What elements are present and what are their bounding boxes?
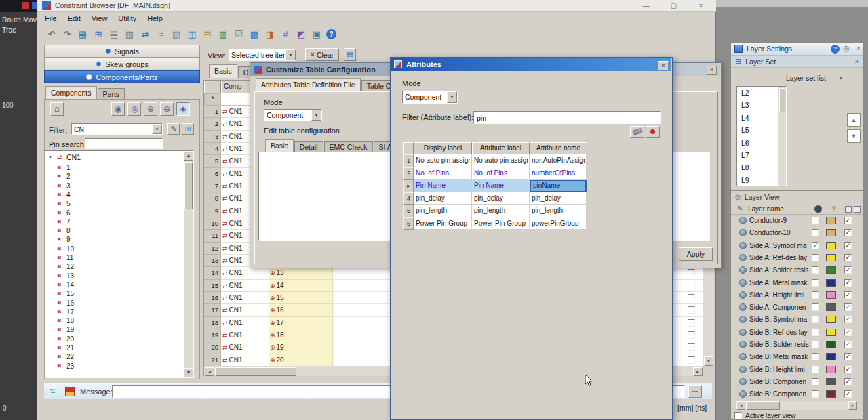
attribute-row[interactable]: ▸Pin NamePin NamepinName bbox=[403, 180, 587, 192]
select-checkbox[interactable]: ✓ bbox=[844, 291, 852, 299]
tree-item-pin[interactable]: ✖10 bbox=[45, 245, 181, 253]
eye-icon[interactable] bbox=[739, 341, 747, 348]
check-column-icon[interactable] bbox=[854, 206, 861, 213]
menu-edit[interactable]: Edit bbox=[63, 13, 85, 24]
tree-item-pin[interactable]: ✖21 bbox=[45, 343, 181, 352]
tree-scrollbar[interactable]: ▲ ▼ bbox=[184, 151, 193, 377]
pin-search-input[interactable] bbox=[85, 138, 163, 149]
pin-connected-button[interactable]: ◎ bbox=[127, 102, 141, 116]
eye-icon[interactable] bbox=[739, 353, 747, 360]
layer-row[interactable]: Side A: Height limi✓ bbox=[731, 289, 863, 301]
attribute-filter-input[interactable] bbox=[473, 111, 661, 124]
layer-set-item[interactable]: L6 bbox=[741, 139, 749, 151]
tree-item-pin[interactable]: ✖13 bbox=[45, 272, 181, 280]
attribute-row[interactable]: 2No. of PinsNo. of PinsnumberOfPins bbox=[403, 167, 587, 180]
table-tab-basic[interactable]: Basic bbox=[209, 64, 237, 78]
group-button[interactable]: ◩ bbox=[295, 28, 307, 40]
tree-item-pin[interactable]: ✖9 bbox=[45, 235, 181, 244]
close-icon[interactable]: × bbox=[854, 45, 863, 52]
visibility-checkbox[interactable] bbox=[812, 279, 819, 287]
eye-icon[interactable] bbox=[739, 279, 747, 287]
tree-expander-icon[interactable]: ▾ bbox=[49, 154, 52, 160]
config-tab-emc-check[interactable]: EMC Check bbox=[324, 141, 373, 152]
tree-item-pin[interactable]: ✖23 bbox=[45, 362, 181, 371]
select-checkbox[interactable]: ✓ bbox=[844, 242, 852, 249]
mode-dropdown[interactable]: Component ▾ bbox=[402, 91, 458, 104]
menu-view[interactable]: View bbox=[87, 13, 113, 24]
layer-color-swatch[interactable] bbox=[826, 341, 836, 348]
active-layer-view-option[interactable]: Active layer view bbox=[734, 412, 795, 419]
clear-filter-button[interactable] bbox=[630, 126, 644, 138]
attribute-label-cell[interactable]: No auto pin assign bbox=[472, 154, 530, 167]
select-checkbox[interactable]: ✓ bbox=[844, 279, 852, 287]
pin-remove-button[interactable]: ⊖ bbox=[160, 102, 174, 116]
config-tab-basic[interactable]: Basic bbox=[265, 139, 294, 152]
layer-color-swatch[interactable] bbox=[826, 316, 836, 323]
tree-root-cn1[interactable]: ▾ ⇄ CN1 bbox=[45, 153, 181, 162]
tree-item-pin[interactable]: ✖2 bbox=[45, 172, 181, 181]
select-checkbox[interactable]: ✓ bbox=[844, 217, 852, 224]
visibility-checkbox[interactable] bbox=[812, 229, 819, 236]
display-label-cell[interactable]: pin_delay bbox=[414, 192, 472, 205]
attribute-row[interactable]: 4pin_delaypin_delaypin_delay bbox=[403, 192, 587, 205]
menu-help[interactable]: Help bbox=[142, 13, 167, 24]
check-cell[interactable] bbox=[679, 292, 703, 304]
checkbox-icon[interactable] bbox=[688, 331, 695, 339]
attribute-row[interactable]: 1No auto pin assignNo auto pin assignnon… bbox=[403, 154, 587, 167]
layer-color-swatch[interactable] bbox=[826, 378, 836, 385]
pin-cell[interactable]: ⊕17 bbox=[269, 317, 333, 329]
maximize-icon[interactable]: ▢ bbox=[669, 1, 679, 10]
scrollbar-thumb[interactable] bbox=[746, 401, 780, 410]
minimize-icon[interactable]: — bbox=[641, 1, 651, 10]
tree-item-pin[interactable]: ✖18 bbox=[45, 316, 181, 325]
attribute-name-cell[interactable]: nonAutoPinAssign bbox=[530, 154, 587, 167]
eye-icon[interactable] bbox=[739, 229, 747, 236]
select-checkbox[interactable]: ✓ bbox=[844, 316, 852, 323]
window-titlebar[interactable]: Constraint Browser [DF_MAIN.dsgn] — ▢ × bbox=[37, 0, 716, 12]
checkbox-icon[interactable] bbox=[688, 282, 695, 289]
scroll-down-icon[interactable]: ▼ bbox=[184, 368, 193, 377]
menu-file[interactable]: File bbox=[40, 13, 62, 24]
attribute-label-cell[interactable]: pin_delay bbox=[472, 192, 530, 205]
filter-marker-button[interactable] bbox=[646, 126, 660, 138]
edit-filter-button[interactable]: ✎ bbox=[167, 123, 180, 135]
eye-icon[interactable] bbox=[739, 254, 747, 261]
component-cell[interactable]: ⇄CN1 bbox=[221, 304, 269, 316]
layer-name-column-label[interactable]: Layer name bbox=[748, 205, 784, 213]
column-header-attribute-name[interactable]: Attribute name bbox=[530, 142, 587, 154]
tree-item-pin[interactable]: ✖3 bbox=[45, 182, 181, 190]
move-down-button[interactable]: ▼ bbox=[847, 129, 861, 143]
layer-row[interactable]: Side A: Solder resis✓ bbox=[731, 264, 863, 276]
scroll-right-icon[interactable]: ▸ bbox=[848, 401, 857, 410]
background-menu-track[interactable]: Trac bbox=[2, 26, 16, 34]
scroll-left-icon[interactable]: ◂ bbox=[205, 367, 214, 376]
layer-color-swatch[interactable] bbox=[826, 229, 836, 236]
component-cell[interactable]: ⇄CN1 bbox=[221, 317, 269, 329]
tab-parts[interactable]: Parts bbox=[98, 88, 125, 100]
close-icon[interactable]: × bbox=[855, 58, 859, 65]
rows-button[interactable]: ▤ bbox=[108, 28, 120, 40]
component-cell[interactable]: ⇄CN1 bbox=[221, 329, 269, 341]
redo-button[interactable]: ↷ bbox=[61, 28, 73, 40]
checkbox-icon[interactable] bbox=[688, 306, 695, 314]
tree-item-pin[interactable]: ✖4 bbox=[45, 190, 181, 199]
eye-icon[interactable] bbox=[739, 303, 747, 311]
tree-item-pin[interactable]: ✖15 bbox=[45, 289, 181, 298]
select-checkbox[interactable]: ✓ bbox=[844, 390, 852, 398]
select-checkbox[interactable]: ✓ bbox=[844, 329, 852, 336]
help-icon[interactable]: ? bbox=[831, 45, 840, 54]
nav-components-parts[interactable]: Components/Parts bbox=[44, 70, 200, 83]
select-checkbox[interactable]: ✓ bbox=[844, 366, 852, 373]
select-checkbox[interactable]: ✓ bbox=[844, 266, 852, 274]
visibility-column-icon[interactable] bbox=[814, 205, 822, 213]
component-cell[interactable]: ⇄CN1 bbox=[221, 280, 269, 292]
visibility-checkbox[interactable] bbox=[812, 266, 819, 274]
pin-filter-button[interactable]: ◈ bbox=[176, 102, 190, 116]
attribute-name-cell[interactable]: pinName bbox=[530, 180, 587, 192]
layer-color-swatch[interactable] bbox=[826, 353, 836, 360]
move-up-button[interactable]: ▲ bbox=[847, 113, 861, 127]
copy-button[interactable]: ▩ bbox=[248, 28, 260, 40]
net-button[interactable]: ▨ bbox=[217, 28, 229, 40]
layer-color-swatch[interactable] bbox=[826, 303, 836, 311]
tree-item-pin[interactable]: ✖7 bbox=[45, 217, 181, 226]
